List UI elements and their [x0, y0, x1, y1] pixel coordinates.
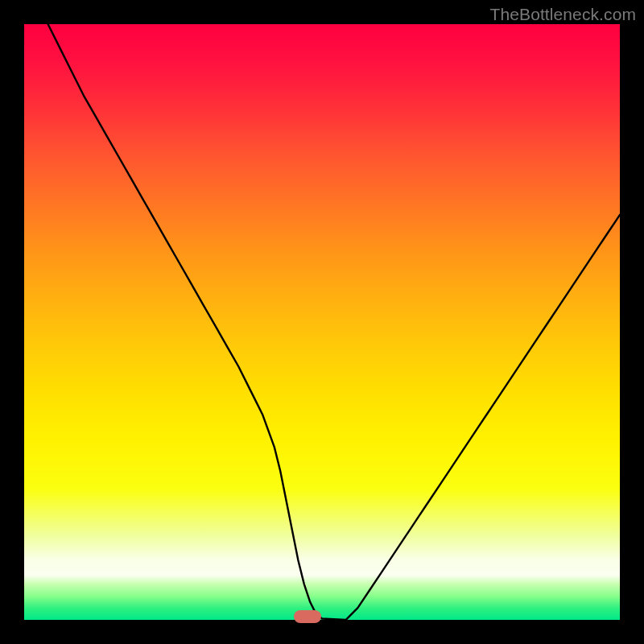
plot-area [24, 24, 620, 620]
chart-frame: TheBottleneck.com [0, 0, 644, 644]
curve-line [24, 24, 620, 620]
watermark-text: TheBottleneck.com [490, 5, 636, 24]
minimum-marker [294, 610, 321, 623]
